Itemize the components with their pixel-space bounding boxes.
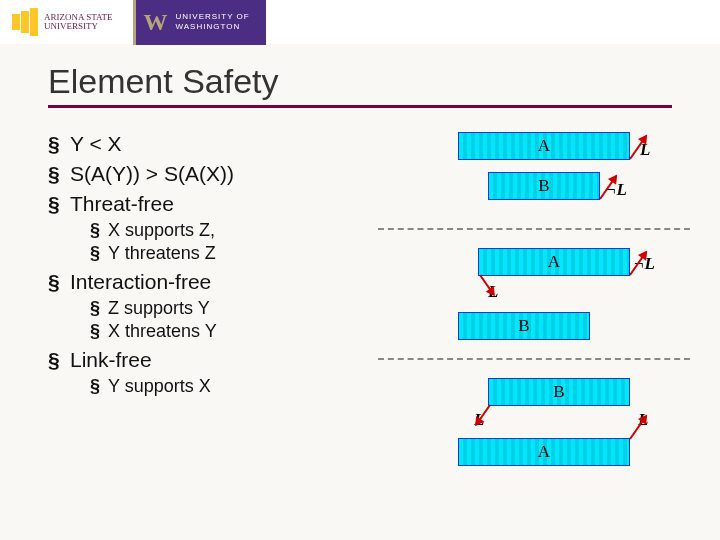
bullet-x-supports-z: X supports Z,: [70, 220, 378, 241]
asu-logo: ARIZONA STATE UNIVERSITY: [12, 8, 113, 36]
bullet-column: Y < X S(A(Y)) > S(A(X)) Threat-free X su…: [48, 132, 378, 403]
bullet-y-supports-x: Y supports X: [70, 376, 378, 397]
divider-1: [378, 228, 690, 230]
box-b-3: B: [488, 378, 630, 406]
title-underline: [48, 105, 672, 108]
uw-over: UNIVERSITY OF: [176, 12, 250, 22]
bullet-say: S(A(Y)) > S(A(X)): [48, 162, 378, 186]
divider-2: [378, 358, 690, 360]
logo-header: ARIZONA STATE UNIVERSITY W UNIVERSITY OF…: [0, 0, 720, 44]
box-a-1: A: [458, 132, 630, 160]
bullet-link-free: Link-free Y supports X: [48, 348, 378, 397]
bullet-threat-free: Threat-free X supports Z, Y threatens Z: [48, 192, 378, 264]
asu-sunburst-icon: [12, 8, 38, 36]
uw-name: WASHINGTON: [176, 22, 250, 32]
box-a-2: A: [478, 248, 630, 276]
box-b-2: B: [458, 312, 590, 340]
bullet-interaction-free: Interaction-free Z supports Y X threaten…: [48, 270, 378, 342]
box-a-3: A: [458, 438, 630, 466]
slide-title: Element Safety: [48, 62, 672, 105]
bullet-z-supports-y: Z supports Y: [70, 298, 378, 319]
bullet-y-threatens-z: Y threatens Z: [70, 243, 378, 264]
asu-line2: UNIVERSITY: [44, 22, 113, 31]
uw-logo: W UNIVERSITY OF WASHINGTON: [133, 0, 266, 45]
box-b-1: B: [488, 172, 600, 200]
bullet-x-threatens-y: X threatens Y: [70, 321, 378, 342]
uw-w-icon: W: [144, 9, 168, 36]
diagram-column: A B L L A B L L B A L L: [378, 132, 710, 403]
bullet-yx: Y < X: [48, 132, 378, 156]
